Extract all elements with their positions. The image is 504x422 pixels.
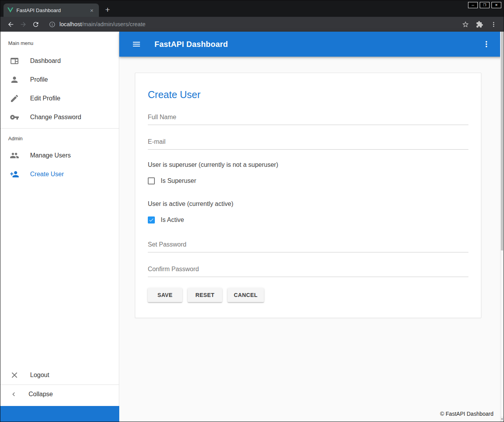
appbar-title: FastAPI Dashboard (154, 40, 228, 49)
people-icon (10, 151, 19, 160)
tab-strip: FastAPI Dashboard × + ─ ❐ ✕ (0, 0, 504, 17)
close-icon (10, 370, 19, 380)
url-path: /main/admin/users/create (82, 21, 145, 27)
key-icon (10, 113, 19, 122)
sidebar-divider (0, 128, 119, 129)
forward-button[interactable] (17, 18, 29, 30)
window-controls: ─ ❐ ✕ (468, 2, 501, 8)
set-password-input[interactable] (148, 238, 468, 252)
sidebar-item-label: Manage Users (30, 152, 71, 159)
address-bar[interactable]: localhost/main/admin/users/create (46, 19, 455, 30)
page-footer: © FastAPI Dashboard (119, 406, 504, 422)
browser-window: FastAPI Dashboard × + ─ ❐ ✕ localhost/ma… (0, 0, 504, 422)
logout-label: Logout (30, 372, 49, 379)
sidebar-item-dashboard[interactable]: Dashboard (0, 52, 119, 70)
page-info-icon[interactable] (49, 21, 56, 28)
extensions-icon[interactable] (473, 18, 486, 30)
sidebar-section-admin: Admin (0, 130, 119, 146)
active-checkbox-label: Is Active (161, 216, 184, 224)
sidebar-item-label: Create User (30, 171, 64, 178)
bookmark-star-icon[interactable] (459, 18, 472, 30)
create-user-card: Create User User is superuser (currently… (135, 73, 481, 318)
superuser-hint: User is superuser (currently is not a su… (148, 161, 468, 168)
collapse-label: Collapse (29, 391, 53, 398)
main-column: FastAPI Dashboard Create User User is su… (119, 32, 504, 422)
active-checkbox[interactable] (148, 216, 155, 224)
sidebar-section-main: Main menu (0, 32, 119, 52)
sidebar-item-change-password[interactable]: Change Password (0, 108, 119, 127)
browser-menu-icon[interactable] (487, 18, 500, 30)
new-tab-button[interactable]: + (105, 5, 110, 14)
dashboard-icon (10, 56, 19, 66)
maximize-button[interactable]: ❐ (480, 2, 490, 8)
back-button[interactable] (4, 18, 17, 30)
appbar-overflow-menu-button[interactable] (479, 37, 493, 51)
active-checkbox-row[interactable]: Is Active (148, 212, 468, 228)
sidebar-item-logout[interactable]: Logout (0, 366, 119, 384)
chevron-left-icon (10, 390, 18, 398)
close-window-button[interactable]: ✕ (491, 2, 501, 8)
vue-favicon-icon (7, 7, 13, 13)
superuser-checkbox-label: Is Superuser (161, 177, 196, 184)
email-input[interactable] (148, 135, 468, 150)
sidebar-bottom: Logout Collapse (0, 366, 119, 406)
confirm-password-input[interactable] (148, 263, 468, 277)
cancel-button[interactable]: CANCEL (228, 288, 264, 302)
scrollbar-down-arrow[interactable]: ▼ (500, 417, 504, 422)
person-add-icon (10, 170, 19, 179)
form-actions: SAVE RESET CANCEL (148, 288, 468, 302)
sidebar-item-manage-users[interactable]: Manage Users (0, 146, 119, 165)
scrollbar-thumb[interactable] (501, 32, 503, 250)
check-icon (149, 217, 154, 223)
pencil-icon (10, 94, 19, 103)
sidebar-column: Main menu Dashboard Profile Edit Profile… (0, 32, 119, 422)
sidebar-footer-strip (0, 406, 119, 422)
app-bar: FastAPI Dashboard (119, 32, 504, 57)
url-text[interactable]: localhost/main/admin/users/create (59, 21, 145, 27)
superuser-checkbox-row[interactable]: Is Superuser (148, 173, 468, 189)
reload-button[interactable] (29, 18, 42, 30)
tab-title: FastAPI Dashboard (16, 7, 85, 13)
superuser-checkbox[interactable] (148, 177, 155, 184)
browser-toolbar: localhost/main/admin/users/create (0, 17, 504, 32)
sidebar-item-edit-profile[interactable]: Edit Profile (0, 89, 119, 108)
reset-button[interactable]: RESET (188, 288, 222, 302)
toolbar-right (459, 18, 500, 30)
tab-close-icon[interactable]: × (88, 7, 95, 14)
sidebar-item-label: Edit Profile (30, 95, 60, 102)
page-body: Main menu Dashboard Profile Edit Profile… (0, 32, 504, 422)
person-icon (10, 75, 19, 84)
save-button[interactable]: SAVE (148, 288, 182, 302)
minimize-button[interactable]: ─ (468, 2, 478, 8)
full-name-input[interactable] (148, 111, 468, 125)
hamburger-menu-button[interactable] (129, 37, 143, 51)
sidebar: Main menu Dashboard Profile Edit Profile… (0, 32, 119, 406)
sidebar-item-label: Change Password (30, 114, 81, 121)
sidebar-item-create-user[interactable]: Create User (0, 165, 119, 184)
sidebar-item-profile[interactable]: Profile (0, 70, 119, 89)
content-area: Create User User is superuser (currently… (119, 57, 504, 406)
sidebar-item-label: Profile (30, 76, 48, 83)
browser-tab[interactable]: FastAPI Dashboard × (4, 4, 99, 17)
sidebar-item-collapse[interactable]: Collapse (0, 385, 119, 404)
page-title: Create User (148, 89, 468, 100)
sidebar-item-label: Dashboard (30, 57, 61, 64)
url-host: localhost (59, 21, 82, 27)
copyright-text: © FastAPI Dashboard (440, 411, 493, 417)
active-hint: User is active (currently active) (148, 200, 468, 207)
page-scrollbar[interactable]: ▼ (500, 32, 504, 422)
